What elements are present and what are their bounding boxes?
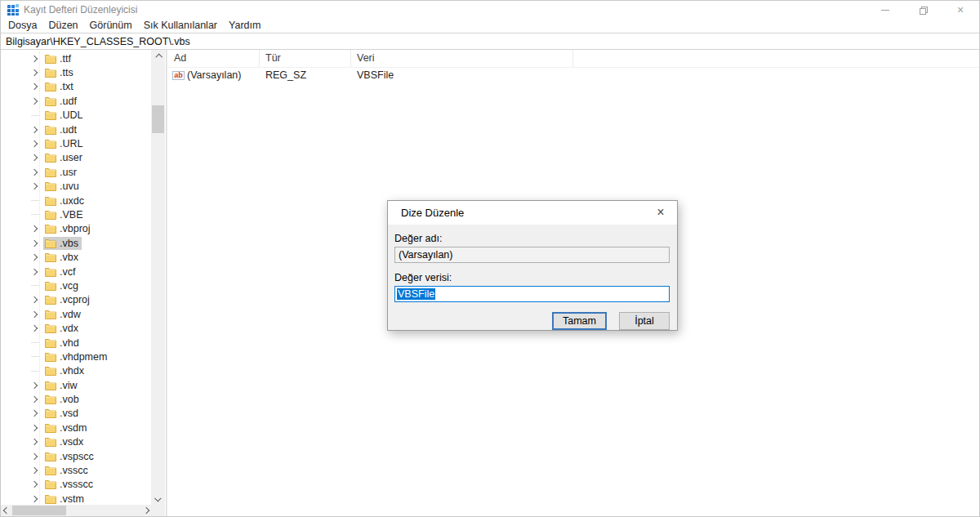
expander[interactable]	[30, 392, 42, 406]
tree-item-selectable[interactable]: .vstm	[43, 492, 87, 504]
tree-item-selectable[interactable]: .vcproj	[43, 293, 93, 306]
expander[interactable]	[30, 449, 42, 463]
tree-item-selectable[interactable]: .vssscc	[43, 478, 96, 491]
tree-item[interactable]: .viw	[1, 378, 151, 392]
tree-item-selectable[interactable]: .udt	[43, 123, 80, 136]
dialog-close-button[interactable]: ×	[653, 204, 669, 221]
tree-item[interactable]: .vcg	[1, 279, 151, 292]
tree-item[interactable]: .vbproj	[1, 222, 151, 236]
horizontal-scroll-thumb[interactable]	[12, 506, 66, 515]
tree-vertical-scrollbar[interactable]	[151, 50, 165, 505]
tree-item[interactable]: .vhd	[1, 336, 151, 350]
tree-item[interactable]: .vhdx	[1, 364, 151, 378]
expander[interactable]	[30, 336, 42, 350]
tree-item[interactable]: .udt	[1, 123, 151, 136]
tree-item[interactable]: .vsdx	[1, 435, 151, 449]
scroll-down-button[interactable]	[151, 492, 165, 505]
tree-item-selectable[interactable]: .vspscc	[43, 450, 97, 463]
tree-item[interactable]: .vssscc	[1, 478, 151, 492]
tree-item-selectable[interactable]: .VBE	[43, 208, 87, 221]
ok-button[interactable]: Tamam	[552, 312, 607, 330]
tree-item[interactable]: .vcproj	[1, 293, 151, 307]
tree-item-selectable[interactable]: .vsdm	[43, 421, 90, 435]
tree-item-selectable[interactable]: .UDL	[43, 109, 86, 122]
expander[interactable]	[30, 80, 42, 94]
tree-item[interactable]: .URL	[1, 136, 151, 150]
column-header-name[interactable]: Ad	[167, 50, 260, 67]
tree-item-selectable[interactable]: .vbx	[43, 251, 82, 264]
tree-item-selectable[interactable]: .vsd	[43, 407, 82, 420]
tree-item-selectable[interactable]: .ttf	[43, 52, 74, 65]
expander[interactable]	[30, 250, 42, 264]
expander[interactable]	[30, 236, 42, 250]
scroll-right-button[interactable]	[140, 505, 151, 516]
tree-item-selectable[interactable]: .vsdx	[43, 435, 87, 448]
tree-item[interactable]: .vob	[1, 392, 151, 406]
expander[interactable]	[30, 194, 42, 207]
expander[interactable]	[30, 463, 42, 477]
tree-item[interactable]: .usr	[1, 165, 151, 179]
tree-item[interactable]: .vhdpmem	[1, 350, 151, 363]
expander[interactable]	[30, 307, 42, 321]
expander[interactable]	[30, 279, 42, 292]
column-header-type[interactable]: Tür	[260, 50, 351, 67]
tree-item[interactable]: .VBE	[1, 207, 151, 221]
expander[interactable]	[30, 165, 42, 179]
expander[interactable]	[30, 180, 42, 194]
expander[interactable]	[30, 222, 42, 236]
expander[interactable]	[30, 151, 42, 165]
tree-item-selectable[interactable]: .user	[43, 151, 86, 164]
address-input[interactable]	[1, 33, 979, 50]
tree-item[interactable]: .user	[1, 151, 151, 165]
close-button[interactable]: ×	[942, 1, 979, 19]
tree-item-selectable[interactable]: .uvu	[43, 180, 82, 193]
tree-item[interactable]: .uxdc	[1, 194, 151, 207]
expander[interactable]	[30, 321, 42, 335]
expander[interactable]	[30, 350, 42, 363]
expander[interactable]	[30, 435, 42, 449]
tree-item[interactable]: .vdw	[1, 307, 151, 321]
expander[interactable]	[30, 478, 42, 492]
expander[interactable]	[30, 421, 42, 435]
tree-item-selectable[interactable]: .URL	[43, 137, 86, 150]
expander[interactable]	[30, 136, 42, 150]
tree-item[interactable]: .vbs	[1, 236, 151, 250]
expander[interactable]	[30, 94, 42, 108]
tree-item[interactable]: .vbx	[1, 250, 151, 264]
expander[interactable]	[30, 364, 42, 378]
tree-item[interactable]: .UDL	[1, 109, 151, 123]
tree-item[interactable]: .uvu	[1, 180, 151, 194]
expander[interactable]	[30, 51, 42, 65]
tree-item[interactable]: .txt	[1, 80, 151, 94]
tree-item[interactable]: .vsdm	[1, 421, 151, 435]
table-row[interactable]: ab (Varsayılan) REG_SZ VBSFile	[167, 68, 979, 82]
menu-item-dosya[interactable]: Dosya	[2, 19, 42, 33]
expander[interactable]	[30, 65, 42, 79]
tree-item-selectable[interactable]: .vcg	[43, 279, 82, 292]
tree-item[interactable]: .vdx	[1, 321, 151, 335]
cancel-button[interactable]: İptal	[619, 312, 670, 330]
expander[interactable]	[30, 123, 42, 136]
expander[interactable]	[30, 265, 42, 279]
menu-item-sik-kullanilanlar[interactable]: Sık Kullanılanlar	[138, 19, 223, 33]
expander[interactable]	[30, 207, 42, 221]
tree-item-selectable[interactable]: .tts	[43, 66, 77, 79]
tree-item-selectable[interactable]: .vhdpmem	[43, 350, 110, 363]
restore-button[interactable]	[904, 1, 942, 19]
value-name-field[interactable]	[394, 247, 670, 263]
tree-item[interactable]: .vstm	[1, 492, 151, 504]
expander[interactable]	[30, 293, 42, 307]
tree-item-selectable[interactable]: .uxdc	[43, 194, 87, 207]
tree-item-selectable[interactable]: .vbs	[43, 237, 82, 250]
tree-item-selectable[interactable]: .viw	[43, 379, 81, 392]
tree-item[interactable]: .vsd	[1, 407, 151, 421]
tree-item-selectable[interactable]: .vhdx	[43, 364, 87, 377]
tree-item-selectable[interactable]: .txt	[43, 80, 77, 93]
vertical-scroll-thumb[interactable]	[152, 105, 164, 133]
tree-horizontal-scrollbar[interactable]	[1, 505, 151, 516]
expander[interactable]	[30, 109, 42, 123]
tree-item-selectable[interactable]: .usr	[43, 166, 80, 179]
minimize-button[interactable]	[866, 1, 904, 19]
tree-item-selectable[interactable]: .vdw	[43, 308, 84, 321]
menu-item-duzen[interactable]: Düzen	[42, 19, 83, 33]
